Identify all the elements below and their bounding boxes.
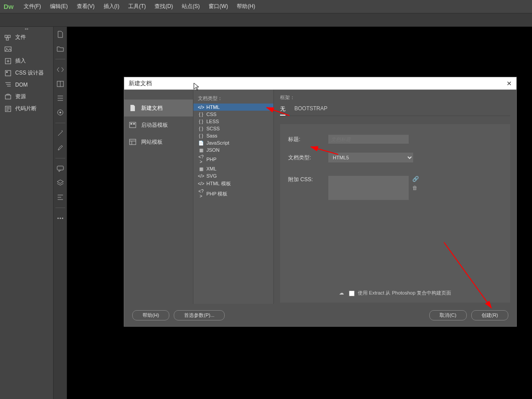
new-doc-icon [129,104,137,112]
doc-type-scss[interactable]: { }SCSS [193,125,273,132]
svg-rect-8 [5,95,11,99]
sidebar-item-label: 代码片断 [15,105,37,112]
left-item-label: 新建文档 [141,104,163,112]
link-icon[interactable]: 🔗 [412,176,419,182]
new-file-icon[interactable] [56,30,64,38]
sidebar-item-assets[interactable]: 资源 [0,91,53,103]
create-button[interactable]: 创建(R) [471,310,508,320]
split-icon[interactable] [56,80,64,88]
framework-label: 框架： [280,94,510,101]
dom-icon [4,81,12,88]
doc-type-less[interactable]: { }LESS [193,118,273,125]
code-bracket-icon: </> [198,105,204,110]
starter-template-icon [129,121,137,129]
doctype-label: 文档类型: [288,154,328,162]
brush-icon[interactable] [56,144,64,152]
menu-find[interactable]: 查找(D) [150,3,177,10]
svg-rect-6 [5,71,11,76]
doc-type-svg[interactable]: </>SVG [193,172,273,179]
menu-tools[interactable]: 工具(T) [124,3,150,10]
more-icon[interactable] [56,214,64,222]
sidebar-item-files[interactable]: 文件 [0,31,53,43]
doc-type-header: 文档类型： [193,94,273,104]
sidebar-handle[interactable]: ▸▸ [0,27,53,31]
sidebar-item-image[interactable] [0,43,53,55]
sidebar-item-label: 插入 [15,57,26,65]
doctype-select[interactable]: HTML5 [328,153,413,162]
list-icon[interactable] [56,94,64,102]
extract-checkbox[interactable] [349,291,355,296]
align-icon[interactable] [56,193,64,201]
assets-icon [4,93,12,100]
left-item-label: 启动器模板 [141,121,168,129]
dialog-title-text: 新建文档 [129,79,152,87]
menu-bar: Dw 文件(F) 编辑(E) 查看(V) 插入(I) 工具(T) 查找(D) 站… [0,0,532,13]
svg-rect-18 [130,122,136,128]
doc-type-php-template[interactable]: <?>PHP 模板 [193,188,273,200]
prefs-button[interactable]: 首选参数(P)... [174,310,225,320]
svg-rect-21 [130,139,136,145]
code-icon[interactable] [56,66,64,74]
menu-site[interactable]: 站点(S) [177,3,204,10]
doc-type-list: 文档类型： </>HTML { }CSS { }LESS { }SCSS { }… [193,90,274,304]
doc-type-json[interactable]: ▦JSON [193,146,273,154]
dialog-footer: 帮助(H) 首选参数(P)... 取消(C) 创建(R) [124,304,516,326]
sidebar-item-label: CSS 设计器 [15,69,44,77]
close-icon[interactable]: ✕ [507,80,512,87]
cloud-icon: ☁ [339,290,344,295]
svg-rect-1 [8,35,10,37]
doc-type-css[interactable]: { }CSS [193,111,273,118]
sidebar-item-dom[interactable]: DOM [0,79,53,91]
doc-type-html[interactable]: </>HTML [193,104,273,111]
doc-type-php[interactable]: <?>PHP [193,154,273,165]
script-icon: 📄 [198,141,204,145]
doc-type-sass[interactable]: { }Sass [193,132,273,139]
app-logo: Dw [4,3,14,10]
wand-icon[interactable] [56,129,64,137]
menu-edit[interactable]: 编辑(E) [46,3,72,10]
menu-file[interactable]: 文件(F) [19,3,46,10]
php-icon: <?> [198,189,204,199]
svg-rect-0 [5,35,7,37]
left-item-site-template[interactable]: 网站模板 [124,133,193,150]
code-bracket-icon: </> [198,174,204,179]
title-input[interactable] [328,135,409,144]
code-bracket-icon: </> [198,181,204,186]
attached-css-list[interactable] [328,176,409,200]
menu-insert[interactable]: 插入(I) [99,3,124,10]
doc-type-xml[interactable]: ▦XML [193,165,273,172]
tab-bootstrap[interactable]: BOOTSTRAP [294,104,327,116]
image-icon [4,46,12,53]
doc-type-js[interactable]: 📄JavaScript [193,139,273,146]
tab-none[interactable]: 无 [280,104,285,116]
target-icon[interactable] [56,108,64,116]
extract-label: 使用 Extract 从 Photoshop 复合中构建页面 [358,290,451,295]
chat-icon[interactable] [56,165,64,173]
svg-rect-2 [6,38,8,40]
svg-rect-14 [57,166,63,170]
menu-view[interactable]: 查看(V) [72,3,99,10]
sidebar-item-snippets[interactable]: 代码片断 [0,103,53,115]
cancel-button[interactable]: 取消(C) [429,310,466,320]
menu-help[interactable]: 帮助(H) [232,3,260,10]
folder-icon[interactable] [56,45,64,53]
svg-point-13 [59,112,61,113]
extract-option: ☁ 使用 Extract 从 Photoshop 复合中构建页面 [280,290,510,296]
left-item-new-doc[interactable]: 新建文档 [124,100,193,116]
sidebar-item-insert[interactable]: 插入 [0,55,53,67]
doc-type-html-template[interactable]: </>HTML 模板 [193,179,273,188]
dialog-form-area: 框架： 无 BOOTSTRAP 标题: 文档类型: HTML5 附加 CSS: [274,90,516,304]
trash-icon[interactable]: 🗑 [412,185,419,191]
panel-sidebar: ▸▸ 文件 插入 CSS 设计器 DOM 资源 代码片断 [0,27,54,399]
sidebar-item-label: 文件 [15,33,26,41]
sidebar-item-css[interactable]: CSS 设计器 [0,67,53,79]
layers-icon[interactable] [56,179,64,187]
left-item-starter[interactable]: 启动器模板 [124,116,193,133]
braces-icon: { } [198,112,204,117]
menu-window[interactable]: 窗口(W) [204,3,232,10]
title-label: 标题: [288,136,328,143]
json-icon: ▦ [198,148,204,153]
help-button[interactable]: 帮助(H) [132,310,169,320]
toolbar [0,13,532,27]
dialog-titlebar[interactable]: 新建文档 ✕ [124,77,516,90]
